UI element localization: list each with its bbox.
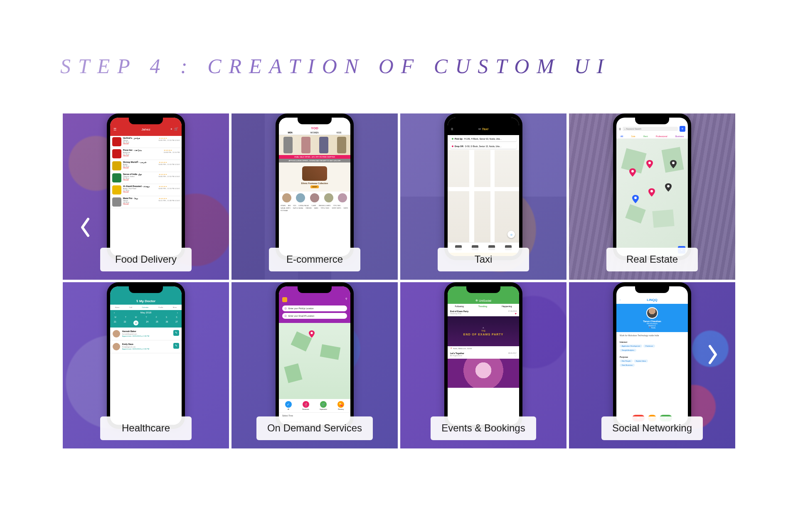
map-pin-icon — [632, 195, 639, 203]
svg-point-2 — [634, 197, 637, 199]
feature-title: Ethnic Footwear Collection — [301, 182, 328, 185]
map-pin-icon — [629, 168, 636, 177]
category-tabs: MENWOMENKIDS — [279, 131, 350, 135]
globe-icon: ⊕ — [475, 299, 478, 302]
pin-icon: 📍 — [450, 347, 452, 350]
back-icon: ‹ — [620, 298, 621, 301]
brand-name: Taxi — [482, 127, 488, 131]
map-view: ➤ — [616, 139, 688, 256]
add-button: + — [680, 126, 685, 132]
svg-point-6 — [311, 332, 313, 334]
feed-tabs: Following Trending Happening — [448, 304, 519, 309]
heart-icon: ♡ — [514, 354, 517, 357]
menu-icon: ☰ — [619, 128, 621, 131]
card-food-delivery: ☰ Jahez ⌖🛒 Herfind's - هرفندزOthers0.6 K… — [63, 113, 229, 280]
category-links: WOMENMENKIDSKURTA & PALLAST-SHIRTDRESSES… — [279, 204, 350, 212]
banner-line2: END OF EXAMS PARTY — [463, 333, 503, 336]
tab-rent: Rent — [643, 135, 648, 138]
card-label: Healthcare — [100, 416, 192, 440]
map-view — [279, 323, 350, 399]
card-label: Social Networking — [601, 416, 703, 440]
pickup-field: ◎Enter your PickUp Location — [282, 305, 347, 311]
card-ondemand: ⚲ ◎Enter your PickUp Location ◎Enter you… — [232, 282, 398, 448]
section-title: Interest — [620, 341, 685, 343]
phone-mockup: ☰ Jahez ⌖🛒 Herfind's - هرفندزOthers0.6 K… — [107, 113, 185, 260]
add-icon: + — [113, 303, 116, 309]
shop-button: SHOP — [310, 185, 318, 188]
card-grid: ☰ Jahez ⌖🛒 Herfind's - هرفندزOthers0.6 K… — [63, 113, 735, 448]
app-header: ☰ GOTaxi — [448, 123, 519, 135]
tab-professional: Professional — [656, 135, 667, 138]
card-ecommerce: YOD MENWOMENKIDS DIVALI SALE OFFER - 50%… — [232, 113, 398, 280]
hero-banner — [279, 135, 350, 155]
card-label: Food Delivery — [100, 248, 192, 271]
map-pin-icon — [309, 330, 315, 338]
date-row: 21222324252627 — [110, 319, 182, 328]
purpose-section: Purpose Hire PeopleExplore Ideas Start B… — [616, 354, 688, 369]
brand-logo: YOD — [279, 125, 350, 131]
calendar-header: ‹ May 2018 › — [110, 310, 182, 315]
event-header: End of Exam Party University Club 07.06.… — [448, 309, 519, 316]
tab-business: Business — [675, 135, 684, 138]
chevron-left-icon — [79, 217, 91, 238]
chevron-left-icon: ‹ — [111, 311, 117, 314]
promo-banner: APP EXCLUSIVE OFFER - DOWNLOAD THE APP T… — [279, 159, 350, 163]
dropoff-label: Drop Off: — [455, 145, 464, 148]
cart-icon: 🛒 — [174, 127, 178, 131]
card-realestate: ☰ ⌕ Keyword Search + All Sale Rent Profe… — [569, 113, 735, 280]
location-icon: ⌖ — [170, 127, 172, 131]
page-title: STEP 4 : CREATION OF CUSTOM UI — [60, 54, 738, 78]
app-header: ⚕My Doctor — [110, 291, 182, 305]
phone-mockup: YOD MENWOMENKIDS DIVALI SALE OFFER - 50%… — [276, 113, 354, 260]
svg-point-0 — [631, 170, 634, 172]
target-icon: ◎ — [284, 307, 287, 310]
brand-logo — [282, 297, 287, 302]
card-taxi: ☰ GOTaxi Pick Up: H-146, H Block, Sector… — [400, 113, 566, 280]
svg-point-5 — [672, 162, 675, 164]
next-arrow[interactable] — [704, 342, 721, 367]
pickup-dot-icon — [452, 138, 453, 140]
card-label: Real Estate — [606, 248, 698, 271]
pin-icon: 📍 — [649, 327, 651, 329]
map-pin-icon — [646, 160, 653, 168]
appointment-list: Hannah Bakerhannah@gmail.comAppointment:… — [110, 328, 182, 353]
card-healthcare: ⚕My Doctor + HomeCallCalendarProfileMore… — [63, 282, 229, 448]
map-pin-icon — [670, 160, 677, 168]
brand-name: Jahez — [141, 128, 150, 131]
tab-trending: Trending — [478, 305, 487, 308]
card-label: Taxi — [438, 248, 529, 271]
feature-card: Ethnic Footwear Collection SHOP — [279, 163, 350, 192]
prev-arrow[interactable] — [77, 215, 94, 240]
stethoscope-icon: ⚕ — [136, 299, 138, 303]
chevron-right-icon — [707, 344, 719, 365]
work-section: Work for Mobulous Technology noida India — [616, 332, 688, 339]
restaurant-list: Herfind's - هرفندزOthers0.6 KmsClosed ★★… — [110, 136, 182, 256]
nav-tabs: HomeCallCalendarProfileMore — [110, 305, 182, 310]
heart-icon: ♥ — [515, 312, 517, 315]
svg-point-4 — [667, 185, 670, 187]
profile-card: Tarun Chauhan iOS Developer Mobulous 📍 N… — [616, 304, 688, 332]
pickup-field: Pick Up: H-146, H Block, Sector 63, Noid… — [450, 136, 517, 141]
brand-prefix: GO — [478, 128, 481, 130]
event-header: Let's Together Art Organization 08.05.20… — [448, 351, 519, 359]
app-header: ‹ LINQQ — [616, 291, 688, 304]
map-pin-icon — [665, 183, 672, 192]
phone-mockup: ‹ LINQQ Tarun Chauhan iOS Developer Mobu… — [613, 282, 691, 429]
phone-mockup: ⚕My Doctor + HomeCallCalendarProfileMore… — [107, 282, 185, 429]
locate-icon: ⊙ — [507, 231, 515, 238]
app-header: ⊕UniSocial — [448, 291, 519, 304]
dropoff-field: Drop Off: D-50, D Block, Sector 15, Noid… — [450, 144, 517, 149]
phone-mockup: ⊕UniSocial Following Trending Happening … — [444, 282, 522, 429]
tab-happening: Happening — [502, 305, 512, 308]
banner-line1: THE — [481, 330, 485, 332]
target-icon: ◎ — [284, 314, 287, 318]
menu-icon: ☰ — [113, 128, 116, 131]
event-photo — [448, 359, 519, 388]
menu-icon: ☰ — [451, 128, 453, 131]
section-title: Purpose — [620, 356, 685, 358]
card-label: Events & Bookings — [431, 416, 536, 440]
card-events: ⊕UniSocial Following Trending Happening … — [400, 282, 566, 448]
app-header: ☰ Jahez ⌖🛒 — [110, 123, 182, 136]
svg-point-3 — [650, 190, 653, 192]
carousel: ☰ Jahez ⌖🛒 Herfind's - هرفندزOthers0.6 K… — [60, 113, 738, 448]
